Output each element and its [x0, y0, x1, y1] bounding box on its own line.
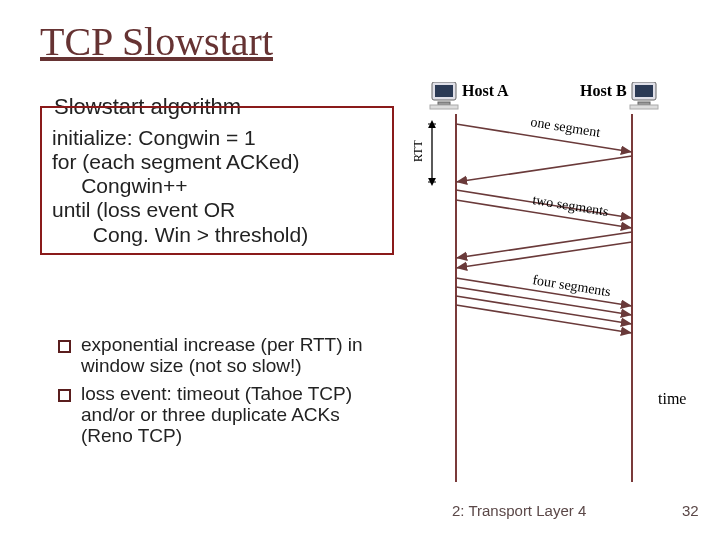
sequence-diagram: Host A Host B RTT — [400, 82, 700, 492]
rtt-label: RTT — [411, 139, 425, 162]
bullet-text: loss event: timeout (Tahoe TCP) and/or o… — [81, 383, 388, 447]
ack-arrow — [456, 156, 632, 182]
bullet-text: exponential increase (per RTT) in window… — [81, 334, 388, 377]
time-label: time — [658, 390, 686, 407]
computer-icon — [630, 82, 658, 109]
computer-icon — [430, 82, 458, 109]
rtt-bracket: RTT — [411, 124, 436, 182]
svg-rect-5 — [635, 85, 653, 97]
svg-rect-3 — [430, 105, 458, 109]
segment-label: two segments — [532, 192, 610, 219]
bullet-icon — [58, 340, 71, 353]
bullet-icon — [58, 389, 71, 402]
page-title: TCP Slowstart — [40, 18, 273, 65]
bullet-list: exponential increase (per RTT) in window… — [58, 334, 388, 452]
footer-right: 32 — [682, 502, 699, 519]
segment-label: four segments — [532, 272, 612, 299]
host-b-label: Host B — [580, 82, 627, 99]
footer-left: 2: Transport Layer 4 — [452, 502, 586, 519]
host-a-label: Host A — [462, 82, 509, 99]
list-item: loss event: timeout (Tahoe TCP) and/or o… — [58, 383, 388, 447]
algorithm-box: initialize: Congwin = 1 for (each segmen… — [40, 106, 394, 255]
segment-label: one segment — [530, 114, 602, 140]
ack-arrow — [456, 242, 632, 268]
ack-arrow — [456, 232, 632, 258]
list-item: exponential increase (per RTT) in window… — [58, 334, 388, 377]
slide: TCP Slowstart Slowstart algorithm initia… — [0, 0, 720, 540]
svg-rect-7 — [630, 105, 658, 109]
svg-rect-1 — [435, 85, 453, 97]
algorithm-body: initialize: Congwin = 1 for (each segmen… — [52, 126, 382, 247]
